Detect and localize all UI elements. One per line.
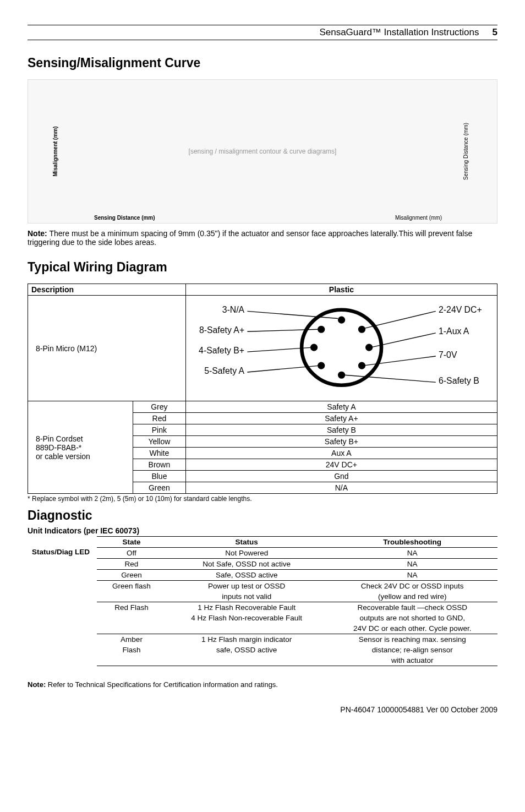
sensing-misalignment-charts: Misalignment (mm) Sensing Distance (mm) … [28, 79, 497, 224]
svg-text:8-Safety A+: 8-Safety A+ [199, 325, 244, 335]
diag-state: Amber [97, 634, 166, 645]
diag-status: Not Safe, OSSD not active [166, 559, 327, 570]
svg-line-15 [363, 356, 436, 366]
doc-title: SensaGuard™ Installation Instructions [319, 27, 479, 38]
cert-note-label: Note: [28, 680, 46, 689]
note-text: There must be a minimum spacing of 9mm (… [28, 229, 472, 247]
chart2-y-axis: Sensing Distance (mm) [463, 123, 469, 180]
wire-signal: N/A [185, 482, 497, 494]
page-header: SensaGuard™ Installation Instructions 5 [28, 25, 497, 40]
svg-text:3-N/A: 3-N/A [222, 305, 245, 314]
svg-point-1 [338, 317, 345, 324]
diag-status: Power up test or OSSD [166, 581, 327, 592]
diag-state: Red [97, 559, 166, 570]
diag-trouble: NA [327, 570, 497, 581]
svg-text:6-Safety B: 6-Safety B [439, 376, 479, 385]
chart2-x-axis: Misalignment (mm) [395, 215, 442, 221]
diag-trouble: (yellow and red wire) [327, 591, 497, 602]
part-number-line: PN-46047 10000054881 Ver 00 October 2009 [28, 705, 497, 714]
diag-subheading: Unit Indicators (per IEC 60073) [28, 526, 497, 535]
section-diagnostic-title: Diagnostic [28, 508, 497, 523]
wire-signal: Safety A [185, 401, 497, 413]
wire-color: Grey [133, 401, 186, 413]
diag-status: 1 Hz Flash Recoverable Fault [166, 602, 327, 613]
diag-head-status: Status [166, 537, 327, 548]
wiring-head-desc: Description [28, 284, 186, 296]
wire-signal: Safety B [185, 424, 497, 436]
svg-text:2-24V DC+: 2-24V DC+ [439, 305, 482, 314]
note-label: Note: [28, 229, 47, 238]
section-sensing-title: Sensing/Misalignment Curve [28, 56, 497, 70]
diag-status: 1 Hz Flash margin indicator [166, 634, 327, 645]
diag-status: inputs not valid [166, 591, 327, 602]
svg-text:4-Safety B+: 4-Safety B+ [199, 346, 244, 355]
wiring-micro-label: 8-Pin Micro (M12) [28, 296, 186, 401]
wire-color: White [133, 448, 186, 459]
page-number: 5 [493, 27, 497, 38]
wire-color: Yellow [133, 436, 186, 448]
diag-trouble: NA [327, 548, 497, 559]
chart1-y-axis: Misalignment (mm) [52, 126, 58, 176]
diag-trouble: distance; re-align sensor [327, 645, 497, 655]
wire-color: Red [133, 413, 186, 424]
note-curve: Note: There must be a minimum spacing of… [28, 229, 497, 247]
diag-state: Off [97, 548, 166, 559]
diag-trouble: Sensor is reaching max. sensing [327, 634, 497, 645]
cert-note-text: Refer to Technical Specifications for Ce… [48, 680, 278, 689]
chart-placeholder: [sensing / misalignment contour & curve … [189, 148, 337, 155]
diag-head-trouble: Troubleshooting [327, 537, 497, 548]
svg-text:7-0V: 7-0V [439, 350, 457, 359]
diag-trouble: Recoverable fault —check OSSD [327, 602, 497, 613]
wire-signal: Safety B+ [185, 436, 497, 448]
diag-trouble: 24V DC or each other. Cycle power. [327, 623, 497, 634]
cert-note: Note: Refer to Technical Specifications … [28, 680, 497, 689]
svg-text:1-Aux A: 1-Aux A [439, 326, 469, 336]
wire-color: Brown [133, 459, 186, 471]
wire-signal: 24V DC+ [185, 459, 497, 471]
diag-state: Green [97, 570, 166, 581]
svg-text:5-Safety A: 5-Safety A [204, 366, 244, 375]
wire-signal: Gnd [185, 471, 497, 482]
diag-trouble: outputs are not shorted to GND, [327, 613, 497, 623]
diag-trouble: with actuator [327, 655, 497, 666]
wire-color: Pink [133, 424, 186, 436]
chart1-x-axis: Sensing Distance (mm) [94, 215, 155, 221]
diag-state: Flash [97, 645, 166, 655]
diag-status: Safe, OSSD active [166, 570, 327, 581]
diag-led-label: Status/Diag LED [28, 537, 97, 666]
svg-line-13 [363, 311, 436, 329]
svg-point-8 [318, 326, 325, 333]
diag-state: Green flash [97, 581, 166, 592]
wire-signal: Safety A+ [185, 413, 497, 424]
diag-state: Red Flash [97, 602, 166, 613]
diag-head-state: State [97, 537, 166, 548]
diag-status: safe, OSSD active [166, 645, 327, 655]
svg-point-5 [338, 372, 345, 379]
diagnostic-table: Status/Diag LED State Status Troubleshoo… [28, 536, 497, 666]
diag-trouble: NA [327, 559, 497, 570]
diag-status: Not Powered [166, 548, 327, 559]
wire-color: Blue [133, 471, 186, 482]
section-wiring-title: Typical Wiring Diagram [28, 260, 497, 275]
diag-trouble: Check 24V DC or OSSD inputs [327, 581, 497, 592]
wiring-head-plastic: Plastic [185, 284, 497, 296]
diag-status: 4 Hz Flash Non-recoverable Fault [166, 613, 327, 623]
wire-color: Green [133, 482, 186, 494]
cordset-label: 8-Pin Cordset 889D-F8AB-* or cable versi… [28, 401, 133, 494]
wiring-table: Description Plastic 8-Pin Micro (M12) [28, 284, 497, 494]
svg-point-2 [358, 326, 365, 333]
wiring-footnote: * Replace symbol with 2 (2m), 5 (5m) or … [28, 495, 497, 503]
wire-signal: Aux A [185, 448, 497, 459]
wiring-pinout-cell: 3-N/A 8-Safety A+ 4-Safety B+ 5-Safety A… [185, 296, 497, 401]
m12-pinout-diagram: 3-N/A 8-Safety A+ 4-Safety B+ 5-Safety A… [189, 297, 494, 398]
